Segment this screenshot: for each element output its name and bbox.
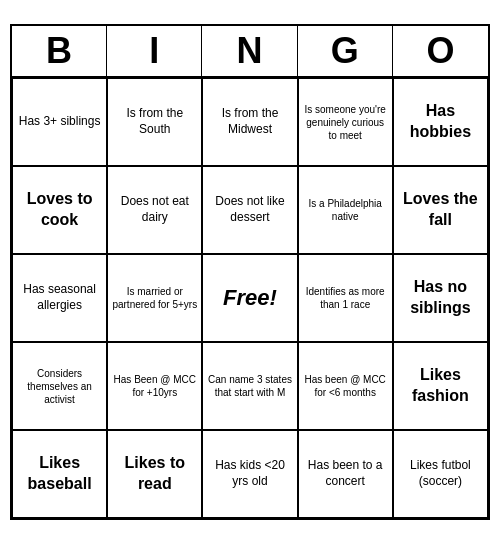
- bingo-cell-5: Loves to cook: [12, 166, 107, 254]
- bingo-cell-22: Has kids <20 yrs old: [202, 430, 297, 518]
- bingo-cell-16: Has Been @ MCC for +10yrs: [107, 342, 202, 430]
- bingo-header: BINGO: [12, 26, 488, 78]
- bingo-cell-8: Is a Philadelphia native: [298, 166, 393, 254]
- bingo-cell-14: Has no siblings: [393, 254, 488, 342]
- bingo-cell-7: Does not like dessert: [202, 166, 297, 254]
- bingo-cell-23: Has been to a concert: [298, 430, 393, 518]
- bingo-cell-9: Loves the fall: [393, 166, 488, 254]
- bingo-cell-0: Has 3+ siblings: [12, 78, 107, 166]
- header-letter-N: N: [202, 26, 297, 76]
- bingo-card: BINGO Has 3+ siblingsIs from the SouthIs…: [10, 24, 490, 520]
- bingo-cell-20: Likes baseball: [12, 430, 107, 518]
- bingo-cell-24: Likes futbol (soccer): [393, 430, 488, 518]
- bingo-cell-13: Identifies as more than 1 race: [298, 254, 393, 342]
- bingo-cell-10: Has seasonal allergies: [12, 254, 107, 342]
- header-letter-O: O: [393, 26, 488, 76]
- bingo-cell-6: Does not eat dairy: [107, 166, 202, 254]
- header-letter-B: B: [12, 26, 107, 76]
- header-letter-G: G: [298, 26, 393, 76]
- bingo-cell-19: Likes fashion: [393, 342, 488, 430]
- bingo-cell-15: Considers themselves an activist: [12, 342, 107, 430]
- bingo-grid: Has 3+ siblingsIs from the SouthIs from …: [12, 78, 488, 518]
- header-letter-I: I: [107, 26, 202, 76]
- bingo-cell-4: Has hobbies: [393, 78, 488, 166]
- bingo-cell-21: Likes to read: [107, 430, 202, 518]
- bingo-cell-18: Has been @ MCC for <6 months: [298, 342, 393, 430]
- bingo-cell-17: Can name 3 states that start with M: [202, 342, 297, 430]
- bingo-cell-12: Free!: [202, 254, 297, 342]
- bingo-cell-1: Is from the South: [107, 78, 202, 166]
- bingo-cell-3: Is someone you're genuinely curious to m…: [298, 78, 393, 166]
- bingo-cell-2: Is from the Midwest: [202, 78, 297, 166]
- bingo-cell-11: Is married or partnered for 5+yrs: [107, 254, 202, 342]
